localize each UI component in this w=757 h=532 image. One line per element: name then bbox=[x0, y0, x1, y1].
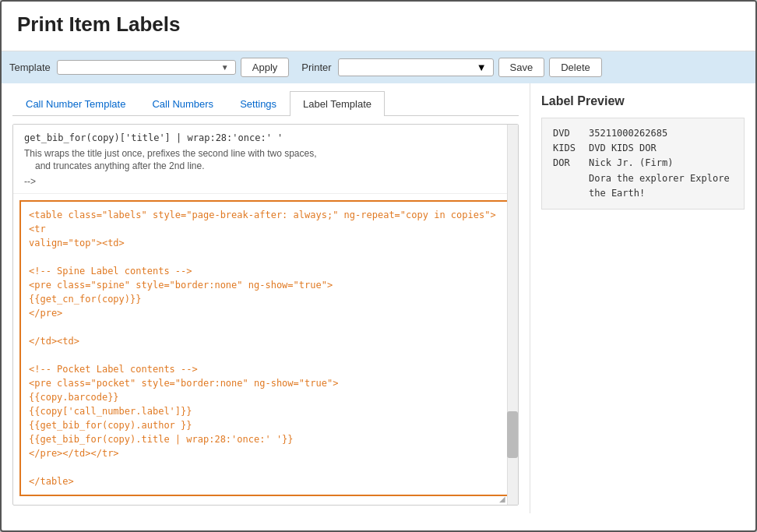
resize-handle[interactable]: ◢ bbox=[499, 495, 505, 503]
page-title: Print Item Labels bbox=[17, 12, 740, 37]
preview-row-4: Dora the explorer Explore bbox=[553, 171, 733, 186]
preview-row-2: KIDS DVD KIDS DOR bbox=[553, 141, 733, 156]
preview-label-4 bbox=[553, 171, 581, 186]
title-bar: Print Item Labels bbox=[2, 2, 755, 51]
editor-top-comment: get_bib_for(copy)['title'] | wrap:28:'on… bbox=[13, 125, 518, 194]
code-content: <table class="labels" style="page-break-… bbox=[29, 208, 502, 488]
preview-label-2: KIDS bbox=[553, 141, 581, 156]
preview-value-2: DVD KIDS DOR bbox=[589, 141, 657, 156]
apply-button[interactable]: Apply bbox=[241, 58, 290, 77]
scrollbar[interactable] bbox=[507, 125, 518, 505]
delete-button[interactable]: Delete bbox=[549, 58, 602, 77]
preview-box: DVD 35211000262685 KIDS DVD KIDS DOR DOR… bbox=[541, 118, 745, 210]
printer-label: Printer bbox=[301, 62, 331, 73]
tab-label-template[interactable]: Label Template bbox=[290, 91, 385, 116]
preview-label-1: DVD bbox=[553, 126, 581, 141]
preview-label-5 bbox=[553, 186, 581, 201]
editor-container: get_bib_for(copy)['title'] | wrap:28:'on… bbox=[12, 124, 519, 506]
top-comment-line1: This wraps the title just once, prefixes… bbox=[24, 148, 507, 159]
toolbar: Template ▼ Apply Printer ▼ Save Delete bbox=[2, 51, 755, 83]
preview-value-4: Dora the explorer Explore bbox=[589, 171, 730, 186]
window: Print Item Labels Template ▼ Apply Print… bbox=[0, 0, 757, 532]
tabs: Call Number Template Call Numbers Settin… bbox=[12, 91, 519, 116]
left-panel: Call Number Template Call Numbers Settin… bbox=[2, 83, 530, 513]
preview-title: Label Preview bbox=[541, 94, 745, 108]
tab-settings[interactable]: Settings bbox=[227, 91, 290, 116]
tab-call-number-template[interactable]: Call Number Template bbox=[12, 91, 139, 116]
tab-call-numbers[interactable]: Call Numbers bbox=[139, 91, 227, 116]
printer-dropdown-arrow: ▼ bbox=[477, 62, 487, 73]
printer-dropdown[interactable]: ▼ bbox=[338, 58, 494, 76]
right-panel: Label Preview DVD 35211000262685 KIDS DV… bbox=[530, 83, 755, 513]
top-code-line: get_bib_for(copy)['title'] | wrap:28:'on… bbox=[24, 132, 507, 143]
preview-value-5: the Earth! bbox=[589, 186, 645, 201]
save-button[interactable]: Save bbox=[498, 58, 545, 77]
template-label: Template bbox=[9, 62, 51, 73]
content-area: Call Number Template Call Numbers Settin… bbox=[2, 83, 755, 513]
preview-value-1: 35211000262685 bbox=[589, 126, 667, 141]
code-editor[interactable]: <table class="labels" style="page-break-… bbox=[19, 200, 512, 496]
preview-row-3: DOR Nick Jr. (Firm) bbox=[553, 156, 733, 171]
template-dropdown[interactable]: ▼ bbox=[57, 60, 236, 75]
top-comment-line2: and truncates anything after the 2nd lin… bbox=[24, 160, 507, 171]
top-comment-end: --> bbox=[24, 176, 507, 187]
preview-label-3: DOR bbox=[553, 156, 581, 171]
preview-row-1: DVD 35211000262685 bbox=[553, 126, 733, 141]
preview-row-5: the Earth! bbox=[553, 186, 733, 201]
preview-value-3: Nick Jr. (Firm) bbox=[589, 156, 673, 171]
template-dropdown-arrow: ▼ bbox=[221, 63, 229, 72]
scrollbar-thumb[interactable] bbox=[507, 411, 518, 458]
